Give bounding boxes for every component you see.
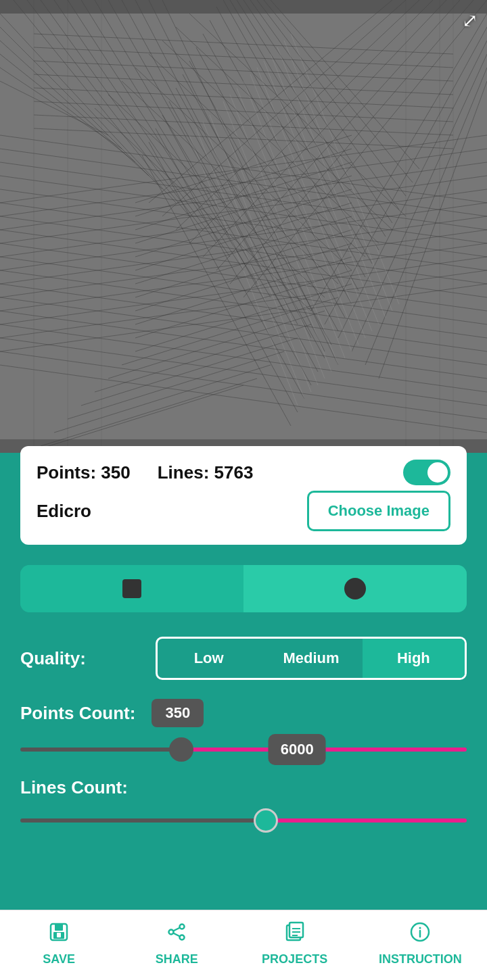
lines-slider-track	[20, 818, 467, 823]
info-stats: Points: 350 Lines: 5763	[37, 462, 253, 483]
svg-rect-141	[0, 0, 487, 14]
mode-tab-square[interactable]	[20, 565, 244, 612]
svg-point-149	[180, 935, 185, 940]
share-icon	[166, 921, 187, 948]
points-slider-popup: 6000	[269, 734, 326, 765]
points-count-label: Points Count:	[20, 703, 135, 724]
instruction-icon	[409, 921, 431, 948]
projects-icon	[284, 921, 306, 948]
points-slider-container: 6000	[20, 733, 467, 766]
portrait-svg	[0, 0, 487, 453]
save-label: SAVE	[43, 952, 75, 966]
lines-slider-container	[20, 804, 467, 837]
lines-stat: Lines: 5763	[158, 462, 254, 483]
svg-line-150	[173, 928, 180, 931]
quality-medium-button[interactable]: Medium	[260, 639, 362, 678]
mode-tabs	[20, 565, 467, 612]
lines-count-row: Lines Count:	[20, 777, 467, 837]
square-icon	[122, 579, 141, 598]
points-count-row: Points Count: 350 6000	[20, 699, 467, 766]
portrait-image-area: ⤢	[0, 0, 487, 453]
quality-low-button[interactable]: Low	[158, 639, 260, 678]
svg-rect-146	[57, 933, 61, 937]
expand-icon[interactable]: ⤢	[462, 9, 478, 32]
render-toggle[interactable]	[403, 460, 450, 485]
projects-label: PROJECTS	[262, 952, 327, 966]
lines-count-label: Lines Count:	[20, 777, 467, 798]
svg-line-151	[173, 933, 180, 937]
svg-point-159	[419, 927, 421, 929]
controls-section: Quality: Low Medium High Points Count: 3…	[0, 552, 487, 837]
quality-label: Quality:	[20, 648, 156, 669]
quality-row: Quality: Low Medium High	[20, 637, 467, 680]
points-slider-track	[20, 748, 467, 752]
quality-high-button[interactable]: High	[363, 639, 465, 678]
mode-tab-circle[interactable]	[244, 565, 467, 612]
svg-point-148	[180, 925, 185, 929]
instruction-label: INSTRUCTION	[379, 952, 462, 966]
bottom-nav: SAVE SHARE PROJECTS	[0, 910, 487, 980]
points-count-value: 350	[152, 699, 204, 727]
points-slider-thumb[interactable]	[169, 737, 193, 762]
nav-instruction[interactable]: INSTRUCTION	[379, 921, 462, 966]
svg-point-147	[169, 930, 174, 935]
quality-buttons: Low Medium High	[156, 637, 467, 680]
app-name: Edicro	[37, 501, 91, 522]
circle-icon	[344, 578, 366, 599]
info-card: Points: 350 Lines: 5763 Edicro Choose Im…	[20, 446, 467, 545]
share-label: SHARE	[156, 952, 198, 966]
save-icon	[48, 921, 70, 948]
svg-rect-144	[55, 924, 63, 931]
lines-slider-thumb[interactable]	[254, 808, 278, 833]
nav-projects[interactable]: PROJECTS	[261, 921, 329, 966]
nav-share[interactable]: SHARE	[143, 921, 210, 966]
nav-save[interactable]: SAVE	[25, 921, 93, 966]
points-stat: Points: 350	[37, 462, 131, 483]
choose-image-button[interactable]: Choose Image	[307, 491, 450, 531]
